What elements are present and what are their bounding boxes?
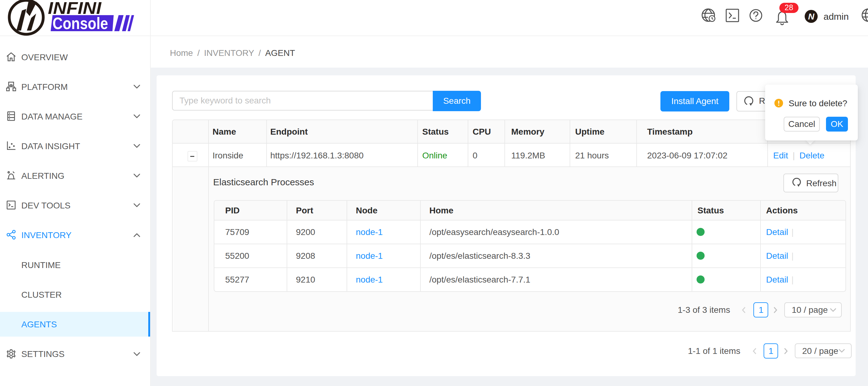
- svg-text:Console: Console: [53, 14, 108, 32]
- svg-text:28: 28: [784, 3, 793, 12]
- svg-text:N: N: [808, 12, 814, 21]
